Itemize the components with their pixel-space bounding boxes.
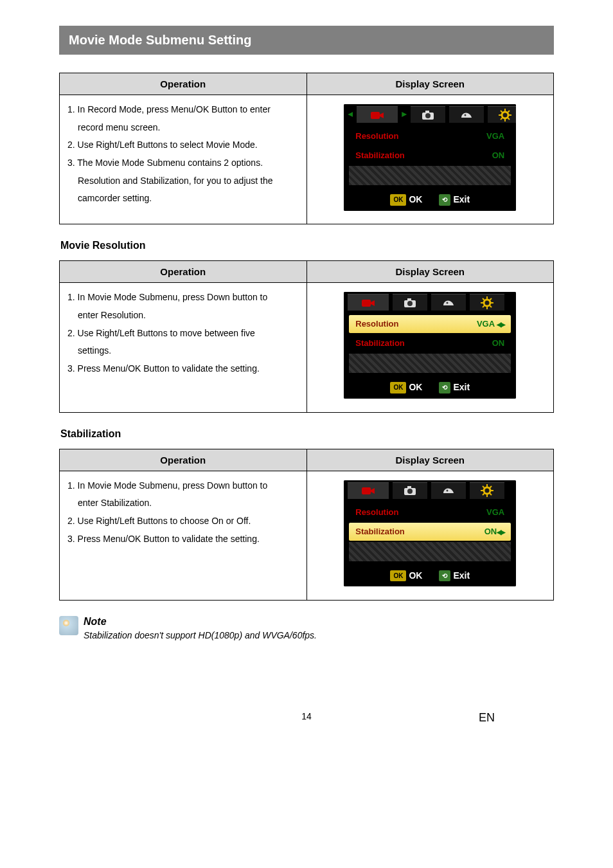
menu-value: VGA <box>486 130 504 143</box>
svg-point-18 <box>447 302 449 303</box>
menu-row-stabilization: Stabilization ON <box>349 147 511 165</box>
bottom-bar: OKOK ⟲Exit <box>344 378 516 399</box>
operation-cell: 1. In Movie Mode Submenu, press Down but… <box>60 471 307 600</box>
tab-camera-icon <box>411 106 445 123</box>
ok-label: OK <box>409 194 422 204</box>
op-line: Resolution and Stabilization, for you to… <box>67 174 299 188</box>
note-text: Stabilization doesn't support HD(1080p) … <box>84 630 317 640</box>
display-screen-cell: Resolution VGA Stabilization ON◀▶ OKOK ⟲… <box>306 471 554 600</box>
bottom-bar: OKOK ⟲Exit <box>344 190 516 211</box>
svg-line-11 <box>508 118 510 120</box>
op-line: 3. The Movie Mode Submenu contains 2 opt… <box>67 156 299 170</box>
menu-row-resolution: Resolution VGA ◀▶ <box>349 315 511 333</box>
ui-screen: Resolution VGA Stabilization ON OKOK ⟲Ex… <box>344 104 516 211</box>
svg-rect-0 <box>371 112 380 119</box>
operation-cell: 1. In Record Mode, press Menu/OK Button … <box>60 95 307 224</box>
menu-row-resolution: Resolution VGA <box>349 503 511 521</box>
menu-value: ON <box>484 527 497 536</box>
svg-point-19 <box>484 300 490 306</box>
tab-settings-icon <box>470 482 504 499</box>
svg-line-10 <box>501 111 502 113</box>
exit-label: Exit <box>453 194 470 204</box>
svg-rect-3 <box>425 111 429 113</box>
ok-action: OKOK <box>390 569 422 583</box>
col-operation: Operation <box>60 73 307 95</box>
op-line: 2. Use Right/Left Buttons to move betwee… <box>67 327 299 341</box>
col-operation: Operation <box>60 449 307 471</box>
tab-effects-icon <box>431 482 466 499</box>
exit-chip-icon: ⟲ <box>439 570 450 582</box>
tab-movie-icon <box>357 106 398 123</box>
table-movie-resolution: Operation Display Screen 1. In Movie Mod… <box>59 260 554 412</box>
menu-row-resolution: Resolution VGA <box>349 127 511 145</box>
tab-bar <box>344 104 516 125</box>
svg-line-39 <box>490 493 492 495</box>
note-icon <box>59 616 78 635</box>
tab-settings-icon <box>488 106 516 123</box>
svg-line-27 <box>483 305 484 307</box>
op-line: enter Stabilization. <box>67 496 299 511</box>
tab-effects-icon <box>449 106 484 123</box>
col-display-screen: Display Screen <box>306 261 554 283</box>
op-line: 1. In Movie Mode Submenu, press Down but… <box>67 291 299 305</box>
menu-value-wrap: VGA ◀▶ <box>477 318 504 330</box>
table-stabilization: Operation Display Screen 1. In Movie Mod… <box>59 449 554 601</box>
exit-action: ⟲Exit <box>439 381 470 395</box>
ok-chip-icon: OK <box>390 194 406 206</box>
svg-point-4 <box>465 114 466 116</box>
section-title: Movie Mode Submenu Setting <box>59 26 554 55</box>
svg-line-26 <box>490 298 492 300</box>
svg-rect-31 <box>407 486 411 489</box>
nav-arrows <box>402 112 407 117</box>
nav-arrows <box>348 112 353 117</box>
film-strip-bg <box>349 354 511 373</box>
arrows-icon: ◀▶ <box>497 321 504 328</box>
menu-value: VGA <box>477 319 495 329</box>
op-line: settings. <box>67 344 299 358</box>
svg-point-5 <box>502 112 508 118</box>
operation-cell: 1. In Movie Mode Submenu, press Down but… <box>60 283 307 412</box>
menu-label: Resolution <box>355 130 398 143</box>
svg-point-32 <box>447 490 449 492</box>
menu-row-stabilization: Stabilization ON <box>349 334 511 352</box>
exit-action: ⟲Exit <box>439 569 470 583</box>
svg-rect-14 <box>362 300 371 307</box>
display-screen-cell: Resolution VGA Stabilization ON OKOK ⟲Ex… <box>306 95 554 224</box>
op-line: 1. In Movie Mode Submenu, press Down but… <box>67 479 299 493</box>
tab-bar <box>344 480 516 501</box>
svg-line-24 <box>483 298 484 300</box>
tab-bar <box>344 292 516 312</box>
ui-screen: Resolution VGA Stabilization ON◀▶ OKOK ⟲… <box>344 480 516 587</box>
op-line: enter Resolution. <box>67 309 299 323</box>
heading-movie-resolution: Movie Resolution <box>60 240 554 251</box>
op-line: 2. Use Right/Left Buttons to choose On o… <box>67 514 299 529</box>
menu-value-wrap: ON◀▶ <box>484 525 505 538</box>
op-line: 3. Press Menu/OK Button to validate the … <box>67 532 299 547</box>
svg-rect-17 <box>407 298 411 301</box>
film-strip-bg <box>349 166 511 185</box>
svg-line-40 <box>490 486 492 488</box>
exit-label: Exit <box>453 570 470 581</box>
exit-chip-icon: ⟲ <box>439 382 450 393</box>
exit-chip-icon: ⟲ <box>439 194 450 206</box>
svg-point-16 <box>407 301 413 306</box>
svg-point-2 <box>425 113 431 118</box>
svg-point-33 <box>484 487 490 494</box>
menu-label: Resolution <box>355 506 398 519</box>
tab-settings-icon <box>470 294 504 311</box>
svg-line-38 <box>483 486 484 488</box>
op-line: camcorder setting. <box>67 192 299 206</box>
menu-value: ON <box>492 337 505 350</box>
lang-label: EN <box>479 711 495 725</box>
menu-value: ON <box>492 149 505 162</box>
menu-label: Stabilization <box>355 337 405 350</box>
tab-camera-icon <box>393 294 427 311</box>
menu-label: Resolution <box>355 318 398 330</box>
tab-effects-icon <box>431 294 466 311</box>
exit-label: Exit <box>453 382 470 392</box>
note-title: Note <box>84 616 317 628</box>
tab-camera-icon <box>393 482 427 499</box>
menu-label: Stabilization <box>355 149 405 162</box>
svg-line-41 <box>483 493 484 495</box>
ok-chip-icon: OK <box>390 570 406 582</box>
